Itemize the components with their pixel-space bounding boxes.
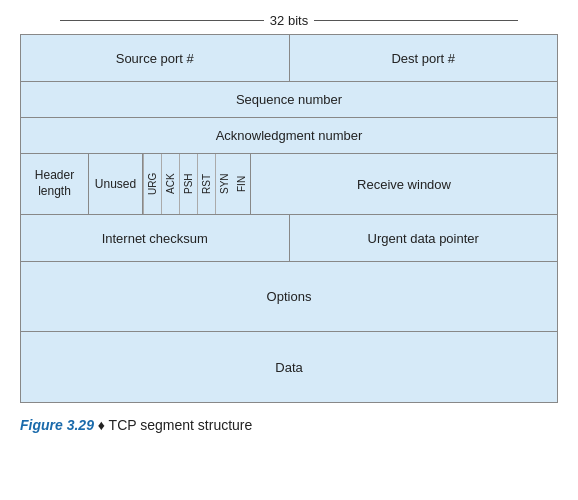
checksum-label: Internet checksum xyxy=(102,231,208,246)
tcp-diagram: Source port # Dest port # Sequence numbe… xyxy=(20,34,558,403)
flag-urg: URG xyxy=(143,154,161,214)
receive-window-label: Receive window xyxy=(357,177,451,192)
unused-cell: Unused xyxy=(89,154,143,214)
source-port-label: Source port # xyxy=(116,51,194,66)
row-options: Options xyxy=(21,262,557,332)
row-flags: Headerlength Unused URG ACK PSH RST SYN … xyxy=(21,154,557,215)
figure-caption: Figure 3.29 ♦ TCP segment structure xyxy=(20,417,558,433)
figure-diamond: ♦ xyxy=(98,417,105,433)
flags-cell: URG ACK PSH RST SYN FIN xyxy=(143,154,251,214)
bits-label: 32 bits xyxy=(264,13,314,28)
data-label: Data xyxy=(275,360,302,375)
row-acknowledgment: Acknowledgment number xyxy=(21,118,557,154)
unused-label: Unused xyxy=(95,177,136,191)
header-length-cell: Headerlength xyxy=(21,154,89,214)
row-checksum: Internet checksum Urgent data pointer xyxy=(21,215,557,262)
row-ports: Source port # Dest port # xyxy=(21,35,557,82)
dest-port-label: Dest port # xyxy=(391,51,455,66)
sequence-number-cell: Sequence number xyxy=(21,82,557,117)
options-cell: Options xyxy=(21,262,557,331)
flag-ack: ACK xyxy=(161,154,179,214)
figure-caption-text: TCP segment structure xyxy=(109,417,253,433)
bits-label-wrapper: 32 bits xyxy=(20,10,558,30)
flag-syn: SYN xyxy=(215,154,233,214)
source-port-cell: Source port # xyxy=(21,35,290,81)
figure-label-text: Figure 3.29 xyxy=(20,417,94,433)
row-data: Data xyxy=(21,332,557,402)
flag-psh: PSH xyxy=(179,154,197,214)
urgent-pointer-cell: Urgent data pointer xyxy=(290,215,558,261)
row-sequence: Sequence number xyxy=(21,82,557,118)
figure-label: Figure 3.29 xyxy=(20,417,98,433)
acknowledgment-number-cell: Acknowledgment number xyxy=(21,118,557,153)
flag-fin: FIN xyxy=(233,154,250,214)
acknowledgment-number-label: Acknowledgment number xyxy=(216,128,363,143)
dest-port-cell: Dest port # xyxy=(290,35,558,81)
options-label: Options xyxy=(267,289,312,304)
checksum-cell: Internet checksum xyxy=(21,215,290,261)
urgent-pointer-label: Urgent data pointer xyxy=(368,231,479,246)
data-cell: Data xyxy=(21,332,557,402)
flag-rst: RST xyxy=(197,154,215,214)
receive-window-cell: Receive window xyxy=(251,154,557,214)
sequence-number-label: Sequence number xyxy=(236,92,342,107)
header-length-label: Headerlength xyxy=(35,168,74,199)
